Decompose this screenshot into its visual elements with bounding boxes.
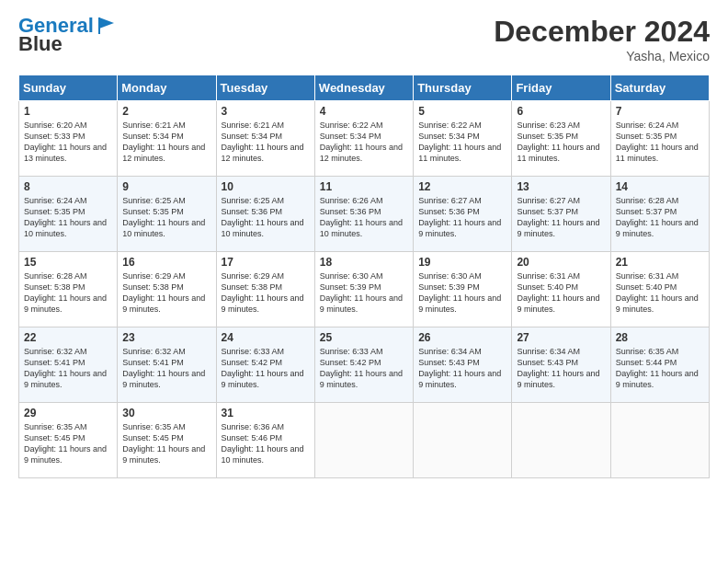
col-thursday: Thursday — [414, 75, 512, 101]
day-number: 17 — [222, 256, 310, 269]
cell-info: Sunrise: 6:35 AMSunset: 5:45 PMDaylight:… — [122, 422, 205, 465]
table-row: 27 Sunrise: 6:34 AMSunset: 5:43 PMDaylig… — [512, 327, 610, 403]
calendar-body: 1 Sunrise: 6:20 AMSunset: 5:33 PMDayligh… — [19, 101, 710, 478]
day-number: 20 — [517, 256, 605, 269]
day-number: 10 — [222, 180, 310, 193]
table-row — [610, 403, 709, 478]
page-container: General Blue December 2024 Yasha, Mexico… — [0, 0, 728, 488]
day-number: 23 — [122, 331, 210, 344]
day-number: 25 — [320, 331, 408, 344]
cell-info: Sunrise: 6:22 AMSunset: 5:34 PMDaylight:… — [320, 121, 403, 163]
cell-info: Sunrise: 6:33 AMSunset: 5:42 PMDaylight:… — [320, 347, 403, 389]
cell-info: Sunrise: 6:23 AMSunset: 5:35 PMDaylight:… — [517, 121, 599, 163]
col-tuesday: Tuesday — [216, 75, 314, 101]
calendar-table: Sunday Monday Tuesday Wednesday Thursday… — [18, 75, 710, 478]
svg-marker-0 — [99, 17, 114, 29]
cell-info: Sunrise: 6:36 AMSunset: 5:46 PMDaylight:… — [222, 422, 304, 465]
table-row — [512, 403, 610, 478]
table-row: 14 Sunrise: 6:28 AMSunset: 5:37 PMDaylig… — [610, 177, 709, 252]
day-number: 12 — [418, 180, 506, 193]
day-number: 15 — [24, 256, 112, 269]
table-row: 28 Sunrise: 6:35 AMSunset: 5:44 PMDaylig… — [610, 327, 709, 403]
table-row: 21 Sunrise: 6:31 AMSunset: 5:40 PMDaylig… — [610, 252, 709, 327]
table-row: 12 Sunrise: 6:27 AMSunset: 5:36 PMDaylig… — [414, 177, 512, 252]
table-row: 26 Sunrise: 6:34 AMSunset: 5:43 PMDaylig… — [414, 327, 512, 403]
cell-info: Sunrise: 6:27 AMSunset: 5:36 PMDaylight:… — [418, 196, 501, 238]
day-number: 24 — [222, 331, 310, 344]
day-number: 11 — [320, 180, 408, 193]
table-row: 11 Sunrise: 6:26 AMSunset: 5:36 PMDaylig… — [314, 177, 413, 252]
day-number: 2 — [122, 105, 210, 118]
cell-info: Sunrise: 6:32 AMSunset: 5:41 PMDaylight:… — [122, 347, 205, 389]
cell-info: Sunrise: 6:31 AMSunset: 5:40 PMDaylight:… — [616, 271, 699, 314]
cell-info: Sunrise: 6:28 AMSunset: 5:37 PMDaylight:… — [616, 196, 699, 238]
table-row: 25 Sunrise: 6:33 AMSunset: 5:42 PMDaylig… — [314, 327, 413, 403]
col-saturday: Saturday — [610, 75, 709, 101]
day-number: 27 — [517, 331, 605, 344]
day-number: 26 — [418, 331, 506, 344]
cell-info: Sunrise: 6:32 AMSunset: 5:41 PMDaylight:… — [24, 347, 107, 389]
table-row: 30 Sunrise: 6:35 AMSunset: 5:45 PMDaylig… — [118, 403, 216, 478]
table-row: 24 Sunrise: 6:33 AMSunset: 5:42 PMDaylig… — [216, 327, 314, 403]
day-number: 16 — [122, 256, 210, 269]
cell-info: Sunrise: 6:29 AMSunset: 5:38 PMDaylight:… — [122, 271, 205, 314]
table-row: 10 Sunrise: 6:25 AMSunset: 5:36 PMDaylig… — [216, 177, 314, 252]
table-row: 18 Sunrise: 6:30 AMSunset: 5:39 PMDaylig… — [314, 252, 413, 327]
day-number: 7 — [616, 105, 704, 118]
cell-info: Sunrise: 6:25 AMSunset: 5:35 PMDaylight:… — [122, 196, 205, 238]
calendar-week-row: 15 Sunrise: 6:28 AMSunset: 5:38 PMDaylig… — [19, 252, 710, 327]
col-monday: Monday — [118, 75, 216, 101]
cell-info: Sunrise: 6:30 AMSunset: 5:39 PMDaylight:… — [418, 271, 501, 314]
cell-info: Sunrise: 6:29 AMSunset: 5:38 PMDaylight:… — [222, 271, 304, 314]
table-row: 22 Sunrise: 6:32 AMSunset: 5:41 PMDaylig… — [19, 327, 118, 403]
day-number: 9 — [122, 180, 210, 193]
table-row: 6 Sunrise: 6:23 AMSunset: 5:35 PMDayligh… — [512, 101, 610, 177]
cell-info: Sunrise: 6:34 AMSunset: 5:43 PMDaylight:… — [418, 347, 501, 389]
calendar-week-row: 22 Sunrise: 6:32 AMSunset: 5:41 PMDaylig… — [19, 327, 710, 403]
logo-flag-icon — [96, 16, 116, 36]
table-row: 3 Sunrise: 6:21 AMSunset: 5:34 PMDayligh… — [216, 101, 314, 177]
table-row: 20 Sunrise: 6:31 AMSunset: 5:40 PMDaylig… — [512, 252, 610, 327]
day-number: 18 — [320, 256, 408, 269]
cell-info: Sunrise: 6:21 AMSunset: 5:34 PMDaylight:… — [222, 121, 304, 163]
cell-info: Sunrise: 6:27 AMSunset: 5:37 PMDaylight:… — [517, 196, 599, 238]
day-number: 5 — [418, 105, 506, 118]
logo-blue-text: Blue — [18, 33, 63, 55]
day-number: 19 — [418, 256, 506, 269]
cell-info: Sunrise: 6:30 AMSunset: 5:39 PMDaylight:… — [320, 271, 403, 314]
cell-info: Sunrise: 6:24 AMSunset: 5:35 PMDaylight:… — [24, 196, 107, 238]
table-row: 5 Sunrise: 6:22 AMSunset: 5:34 PMDayligh… — [414, 101, 512, 177]
table-row: 1 Sunrise: 6:20 AMSunset: 5:33 PMDayligh… — [19, 101, 118, 177]
day-number: 8 — [24, 180, 112, 193]
logo: General Blue — [18, 15, 116, 55]
table-row: 31 Sunrise: 6:36 AMSunset: 5:46 PMDaylig… — [216, 403, 314, 478]
day-number: 1 — [24, 105, 112, 118]
table-row: 16 Sunrise: 6:29 AMSunset: 5:38 PMDaylig… — [118, 252, 216, 327]
table-row: 13 Sunrise: 6:27 AMSunset: 5:37 PMDaylig… — [512, 177, 610, 252]
cell-info: Sunrise: 6:34 AMSunset: 5:43 PMDaylight:… — [517, 347, 599, 389]
month-title: December 2024 — [494, 15, 710, 49]
cell-info: Sunrise: 6:20 AMSunset: 5:33 PMDaylight:… — [24, 121, 107, 163]
table-row: 19 Sunrise: 6:30 AMSunset: 5:39 PMDaylig… — [414, 252, 512, 327]
day-number: 21 — [616, 256, 704, 269]
table-row — [314, 403, 413, 478]
table-row: 17 Sunrise: 6:29 AMSunset: 5:38 PMDaylig… — [216, 252, 314, 327]
table-row: 2 Sunrise: 6:21 AMSunset: 5:34 PMDayligh… — [118, 101, 216, 177]
cell-info: Sunrise: 6:21 AMSunset: 5:34 PMDaylight:… — [122, 121, 205, 163]
cell-info: Sunrise: 6:25 AMSunset: 5:36 PMDaylight:… — [222, 196, 304, 238]
table-row: 23 Sunrise: 6:32 AMSunset: 5:41 PMDaylig… — [118, 327, 216, 403]
day-number: 28 — [616, 331, 704, 344]
table-row: 29 Sunrise: 6:35 AMSunset: 5:45 PMDaylig… — [19, 403, 118, 478]
cell-info: Sunrise: 6:26 AMSunset: 5:36 PMDaylight:… — [320, 196, 403, 238]
cell-info: Sunrise: 6:31 AMSunset: 5:40 PMDaylight:… — [517, 271, 599, 314]
cell-info: Sunrise: 6:35 AMSunset: 5:45 PMDaylight:… — [24, 422, 107, 465]
calendar-week-row: 8 Sunrise: 6:24 AMSunset: 5:35 PMDayligh… — [19, 177, 710, 252]
table-row: 7 Sunrise: 6:24 AMSunset: 5:35 PMDayligh… — [610, 101, 709, 177]
title-block: December 2024 Yasha, Mexico — [494, 15, 710, 63]
cell-info: Sunrise: 6:24 AMSunset: 5:35 PMDaylight:… — [616, 121, 699, 163]
table-row — [414, 403, 512, 478]
day-number: 31 — [222, 407, 310, 419]
day-number: 13 — [517, 180, 605, 193]
cell-info: Sunrise: 6:35 AMSunset: 5:44 PMDaylight:… — [616, 347, 699, 389]
table-row: 15 Sunrise: 6:28 AMSunset: 5:38 PMDaylig… — [19, 252, 118, 327]
